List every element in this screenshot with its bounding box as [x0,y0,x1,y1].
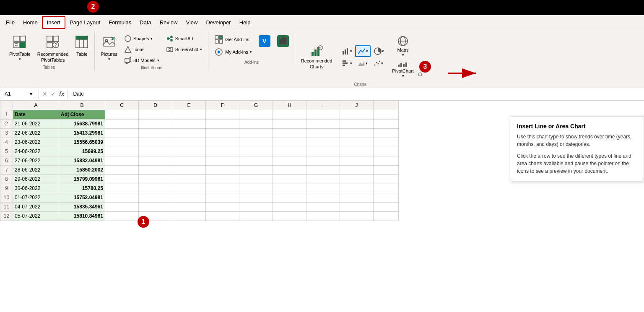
cell-empty-5-4[interactable] [239,147,273,156]
cell-empty-4-8[interactable] [374,138,399,147]
cell-empty-4-1[interactable] [139,138,172,147]
maps-btn[interactable]: Maps ▾ [390,34,416,60]
cell-empty-12-8[interactable] [374,211,399,221]
3d-models-btn[interactable]: 3D Models ▾ [122,55,162,65]
cell-empty-8-0[interactable] [105,174,139,184]
recommended-pivottables-btn[interactable]: ? Recommended PivotTables [35,34,71,65]
cell-empty-8-7[interactable] [340,174,374,184]
menu-insert[interactable]: Insert [42,16,66,29]
cell-empty-10-6[interactable] [306,193,340,202]
cell-empty-4-0[interactable] [105,138,139,147]
cell-e1[interactable] [172,110,206,119]
cell-b6[interactable]: 15832.04981 [59,156,105,165]
cell-empty-4-2[interactable] [172,138,206,147]
scatter-chart-btn[interactable]: ▾ [371,58,385,69]
cell-empty-10-1[interactable] [139,193,172,202]
insert-function-icon[interactable]: fx [59,91,64,97]
cell-empty-6-4[interactable] [239,156,273,165]
cell-b10[interactable]: 15752.04981 [59,193,105,202]
cell-c1[interactable] [105,110,139,119]
menu-home[interactable]: Home [19,17,42,28]
cell-b11[interactable]: 15835.34961 [59,202,105,211]
area-chart-btn[interactable]: ▾ [355,58,370,69]
menu-review[interactable]: Review [156,17,182,28]
cell-empty-7-7[interactable] [340,165,374,174]
recommended-charts-btn[interactable]: ? Recommended Charts [299,43,335,72]
cell-g1[interactable] [239,110,273,119]
col-header-g[interactable]: G [239,101,273,110]
cell-empty-6-0[interactable] [105,156,139,165]
cell-empty-7-2[interactable] [172,165,206,174]
cell-empty-8-8[interactable] [374,174,399,184]
bar-chart-btn[interactable]: ▾ [340,58,354,69]
cell-empty-10-3[interactable] [206,193,239,202]
cell-empty-11-8[interactable] [374,202,399,211]
cell-empty-3-2[interactable] [172,128,206,138]
cell-empty-10-2[interactable] [172,193,206,202]
col-header-j[interactable]: J [340,101,374,110]
cell-b9[interactable]: 15780.25 [59,184,105,193]
cell-empty-2-6[interactable] [306,119,340,128]
cell-empty-8-1[interactable] [139,174,172,184]
cell-empty-2-7[interactable] [340,119,374,128]
cell-empty-7-1[interactable] [139,165,172,174]
smartart-btn[interactable]: SmartArt [164,34,205,44]
cell-empty-2-2[interactable] [172,119,206,128]
cell-empty-10-4[interactable] [239,193,273,202]
cell-empty-8-3[interactable] [206,174,239,184]
cell-empty-12-6[interactable] [306,211,340,221]
cell-empty-2-1[interactable] [139,119,172,128]
cell-empty-10-7[interactable] [340,193,374,202]
cell-empty-11-7[interactable] [340,202,374,211]
cell-empty-12-4[interactable] [239,211,273,221]
cell-empty-9-6[interactable] [306,184,340,193]
cell-empty-12-0[interactable] [105,211,139,221]
menu-developer[interactable]: Developer [202,17,235,28]
cell-empty-2-4[interactable] [239,119,273,128]
cell-empty-3-6[interactable] [306,128,340,138]
cell-a2[interactable]: 21-06-2022 [13,119,59,128]
formula-input[interactable] [71,90,642,98]
cell-b1[interactable]: Adj Close [59,110,105,119]
menu-formulas[interactable]: Formulas [104,17,135,28]
cell-j1[interactable] [340,110,374,119]
cell-empty-9-8[interactable] [374,184,399,193]
cell-empty-7-0[interactable] [105,165,139,174]
cell-empty-9-4[interactable] [239,184,273,193]
cell-empty-12-3[interactable] [206,211,239,221]
my-addins-btn[interactable]: My Add-ins ▾ [212,46,254,58]
cell-empty-10-0[interactable] [105,193,139,202]
charts-expand-btn[interactable]: ⬡ [418,72,422,77]
cell-a9[interactable]: 30-06-2022 [13,184,59,193]
cell-empty-9-1[interactable] [139,184,172,193]
cell-empty-6-3[interactable] [206,156,239,165]
cell-empty-5-1[interactable] [139,147,172,156]
cell-empty-12-2[interactable] [172,211,206,221]
col-header-e[interactable]: E [172,101,206,110]
cell-empty-6-7[interactable] [340,156,374,165]
cell-empty-3-1[interactable] [139,128,172,138]
cell-empty-5-8[interactable] [374,147,399,156]
col-header-i[interactable]: I [306,101,340,110]
pivot-chart-btn[interactable]: PivotChart ▾ [390,60,416,81]
cell-a11[interactable]: 04-07-2022 [13,202,59,211]
cell-empty-5-6[interactable] [306,147,340,156]
cell-empty-5-7[interactable] [340,147,374,156]
cell-empty-11-5[interactable] [273,202,306,211]
cell-empty-12-7[interactable] [340,211,374,221]
cell-empty-11-2[interactable] [172,202,206,211]
cell-empty-9-3[interactable] [206,184,239,193]
col-header-c[interactable]: C [105,101,139,110]
cell-empty-7-4[interactable] [239,165,273,174]
cell-a10[interactable]: 01-07-2022 [13,193,59,202]
menu-data[interactable]: Data [135,17,155,28]
cell-a8[interactable]: 29-06-2022 [13,174,59,184]
cell-empty-6-1[interactable] [139,156,172,165]
menu-help[interactable]: Help [235,17,255,28]
cell-empty-10-5[interactable] [273,193,306,202]
col-header-b[interactable]: B [59,101,105,110]
cell-a4[interactable]: 23-06-2022 [13,138,59,147]
cancel-formula-icon[interactable]: ✕ [42,91,47,97]
cell-f1[interactable] [206,110,239,119]
pie-chart-btn[interactable]: ▾ [371,45,386,57]
